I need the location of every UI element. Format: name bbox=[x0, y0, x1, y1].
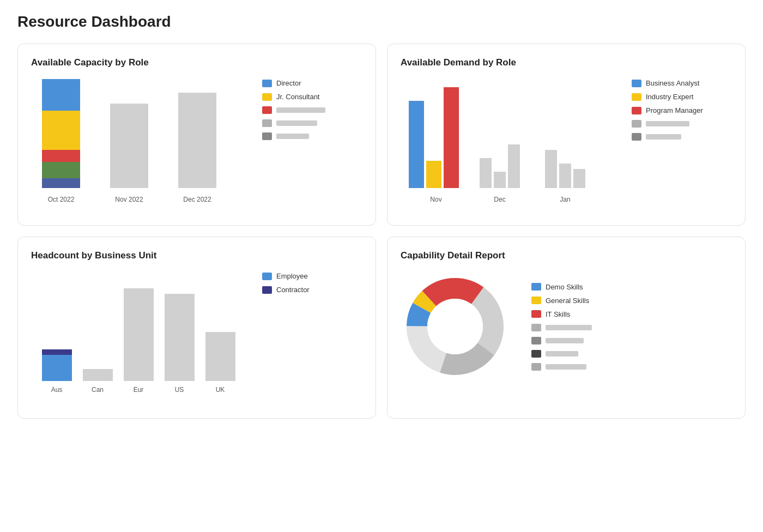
svg-rect-24 bbox=[83, 369, 113, 381]
svg-rect-0 bbox=[42, 178, 80, 188]
svg-rect-5 bbox=[110, 104, 148, 188]
dblur1-label bbox=[646, 121, 689, 126]
legend-ba-label: Business Analyst bbox=[646, 79, 699, 87]
headcount-title: Headcount by Business Unit bbox=[31, 250, 362, 261]
capacity-title: Available Capacity by Role bbox=[31, 57, 362, 68]
blur2-label bbox=[276, 120, 317, 126]
dblur2-label bbox=[646, 134, 681, 140]
demand-card: Available Demand by Role Nov bbox=[387, 44, 746, 226]
director-swatch bbox=[262, 80, 272, 87]
legend-it-label: IT Skills bbox=[546, 310, 570, 318]
headcount-svg: Aus Can Eur US UK bbox=[31, 272, 238, 403]
legend-employee-label: Employee bbox=[276, 272, 308, 280]
legend-item-jr-consultant: Jr. Consultant bbox=[262, 93, 362, 101]
blur1-swatch bbox=[262, 106, 272, 114]
svg-rect-23 bbox=[42, 349, 72, 355]
svg-rect-4 bbox=[42, 79, 80, 111]
contractor-swatch bbox=[262, 286, 272, 294]
cblur2-swatch bbox=[531, 337, 541, 344]
cblur1-swatch bbox=[531, 324, 541, 331]
svg-rect-15 bbox=[494, 172, 506, 188]
capability-card: Capability Detail Report bbox=[387, 237, 746, 419]
legend-item-employee: Employee bbox=[262, 272, 362, 280]
donut-svg bbox=[401, 272, 510, 381]
legend-item-cblur3 bbox=[531, 350, 632, 358]
legend-item-dblur2 bbox=[632, 133, 732, 141]
donut-chart bbox=[401, 272, 510, 381]
legend-item-pm: Program Manager bbox=[632, 106, 732, 114]
svg-text:Dec 2022: Dec 2022 bbox=[183, 196, 211, 203]
demand-svg: Nov Dec Jan bbox=[401, 79, 608, 210]
svg-point-40 bbox=[427, 299, 483, 354]
ie-swatch bbox=[632, 93, 641, 101]
demo-swatch bbox=[531, 283, 541, 291]
capability-chart-area: Demo Skills General Skills IT Skills bbox=[401, 272, 732, 381]
capacity-card: Available Capacity by Role bbox=[17, 44, 376, 226]
svg-rect-10 bbox=[409, 101, 424, 188]
legend-item-contractor: Contractor bbox=[262, 286, 362, 294]
svg-text:Eur: Eur bbox=[134, 386, 144, 394]
svg-rect-25 bbox=[124, 288, 154, 381]
legend-demo-label: Demo Skills bbox=[546, 283, 583, 291]
svg-text:Oct 2022: Oct 2022 bbox=[48, 196, 75, 203]
demand-bars: Nov Dec Jan bbox=[401, 79, 623, 212]
svg-rect-14 bbox=[480, 158, 492, 188]
capacity-bars: Oct 2022 Nov 2022 Dec 2022 bbox=[31, 79, 253, 212]
svg-rect-19 bbox=[559, 164, 571, 188]
legend-item-cblur2 bbox=[531, 337, 632, 344]
cblur4-label bbox=[546, 364, 586, 370]
svg-rect-16 bbox=[508, 144, 520, 188]
capability-title: Capability Detail Report bbox=[401, 250, 732, 261]
legend-item-ba: Business Analyst bbox=[632, 79, 732, 87]
dashboard-grid: Available Capacity by Role bbox=[17, 44, 746, 419]
svg-rect-18 bbox=[545, 150, 557, 188]
legend-item-cblur4 bbox=[531, 363, 632, 371]
demand-title: Available Demand by Role bbox=[401, 57, 732, 68]
headcount-legend: Employee Contractor bbox=[253, 272, 362, 294]
cblur3-swatch bbox=[531, 350, 541, 358]
legend-item-cblur1 bbox=[531, 324, 632, 331]
it-swatch bbox=[531, 310, 541, 318]
svg-rect-22 bbox=[42, 355, 72, 381]
legend-general-label: General Skills bbox=[546, 297, 589, 305]
dblur1-swatch bbox=[632, 120, 641, 128]
demand-legend: Business Analyst Industry Expert Program… bbox=[623, 79, 732, 141]
legend-item-director: Director bbox=[262, 79, 362, 87]
legend-item-demo: Demo Skills bbox=[531, 283, 632, 291]
ba-swatch bbox=[632, 80, 641, 87]
jr-consultant-swatch bbox=[262, 93, 272, 101]
svg-text:Can: Can bbox=[92, 386, 104, 394]
svg-text:UK: UK bbox=[216, 386, 225, 394]
general-swatch bbox=[531, 297, 541, 304]
dblur2-swatch bbox=[632, 133, 641, 141]
capacity-chart-area: Oct 2022 Nov 2022 Dec 2022 Director Jr. … bbox=[31, 79, 362, 212]
legend-item-ie: Industry Expert bbox=[632, 93, 732, 101]
blur1-label bbox=[276, 107, 325, 113]
svg-text:Nov 2022: Nov 2022 bbox=[115, 196, 143, 203]
svg-rect-3 bbox=[42, 111, 80, 150]
blur3-swatch bbox=[262, 132, 272, 140]
page-title: Resource Dashboard bbox=[17, 13, 746, 31]
legend-item-blur3 bbox=[262, 132, 362, 140]
cblur2-label bbox=[546, 338, 584, 343]
svg-rect-2 bbox=[42, 150, 80, 162]
svg-rect-26 bbox=[165, 294, 195, 381]
legend-item-dblur1 bbox=[632, 120, 732, 128]
capability-legend: Demo Skills General Skills IT Skills bbox=[523, 283, 632, 371]
cblur4-swatch bbox=[531, 363, 541, 371]
svg-text:US: US bbox=[175, 386, 184, 394]
legend-contractor-label: Contractor bbox=[276, 286, 310, 294]
cblur1-label bbox=[546, 325, 592, 330]
blur2-swatch bbox=[262, 119, 272, 127]
svg-rect-6 bbox=[178, 93, 216, 188]
svg-text:Aus: Aus bbox=[51, 386, 63, 394]
demand-chart-area: Nov Dec Jan Business Analyst bbox=[401, 79, 732, 212]
svg-text:Nov: Nov bbox=[430, 196, 441, 203]
legend-item-general: General Skills bbox=[531, 297, 632, 305]
legend-item-blur2 bbox=[262, 119, 362, 127]
capacity-svg: Oct 2022 Nov 2022 Dec 2022 bbox=[31, 79, 238, 210]
cblur3-label bbox=[546, 351, 578, 356]
svg-rect-11 bbox=[426, 161, 441, 188]
headcount-bars: Aus Can Eur US UK bbox=[31, 272, 253, 405]
svg-rect-12 bbox=[444, 87, 459, 188]
